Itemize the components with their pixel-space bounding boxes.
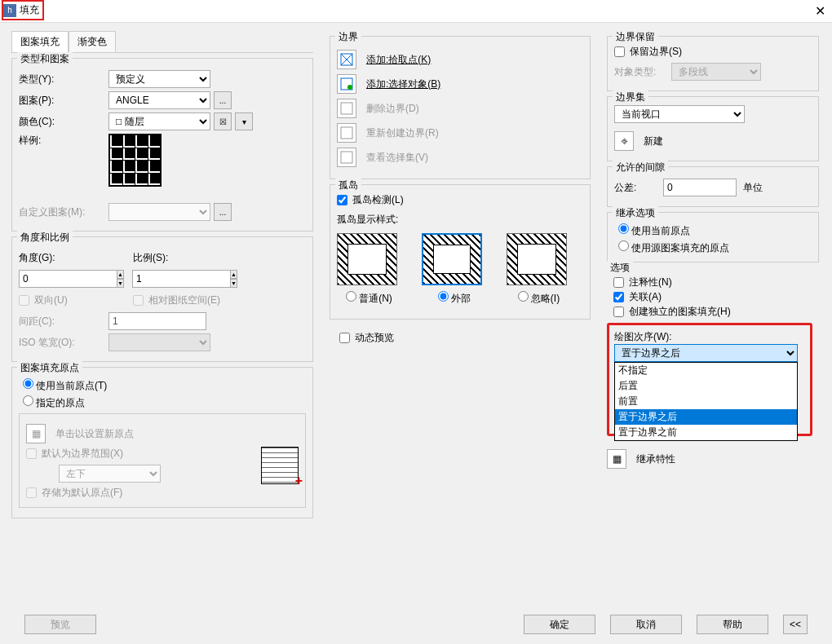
double-checkbox <box>19 295 29 306</box>
recreate-boundary-button <box>337 123 356 143</box>
group-boundary-set: 边界集 当前视口 ⎆新建 <box>607 96 819 161</box>
default-boundary-checkbox <box>26 448 37 459</box>
add-pick-point-button[interactable] <box>337 50 356 69</box>
group-gap: 允许的间隙 公差: 单位 <box>607 166 819 207</box>
tolerance-input[interactable] <box>663 179 737 196</box>
obj-type-select: 多段线 <box>671 63 761 81</box>
color-swatch-button[interactable]: ☒ <box>214 112 232 130</box>
origin-pos-select: 左下 <box>59 465 161 483</box>
annotative-checkbox[interactable] <box>613 277 624 288</box>
pattern-select[interactable]: ANGLE <box>108 91 210 109</box>
boundary-set-select[interactable]: 当前视口 <box>614 105 745 123</box>
svg-rect-3 <box>341 103 352 114</box>
island-normal-radio[interactable] <box>346 291 356 302</box>
associative-checkbox[interactable] <box>613 292 624 302</box>
preview-button: 预览 <box>24 615 96 634</box>
group-island: 孤岛 孤岛检测(L) 孤岛显示样式: 普通(N) 外部 忽略(I) <box>330 184 591 320</box>
add-select-label[interactable]: 添加:选择对象(B) <box>366 77 440 91</box>
ok-button[interactable]: 确定 <box>524 615 595 634</box>
inherit-source-radio[interactable] <box>618 240 629 251</box>
help-button[interactable]: 帮助 <box>697 615 768 634</box>
group-type-pattern: 类型和图案 类型(Y): 预定义 图案(P): ANGLE ... 颜色(C):… <box>11 58 313 232</box>
pattern-sample[interactable] <box>108 134 162 187</box>
draw-order-dropdown[interactable]: 不指定 后置 前置 置于边界之后 置于边界之前 <box>614 362 798 441</box>
group-angle-scale: 角度和比例 角度(G): 比例(S): ▲▼ ▲▼ 双向(U) 相对图纸空间(E… <box>11 236 313 362</box>
add-select-button[interactable] <box>337 74 356 94</box>
origin-current-radio[interactable] <box>23 378 33 389</box>
group-boundary: 边界 添加:拾取点(K) 添加:选择对象(B) 删除边界(D) 重新创建边界(R… <box>330 36 591 179</box>
store-default-checkbox <box>26 487 37 498</box>
collapse-button[interactable]: << <box>783 615 808 634</box>
group-options: 选项 注释性(N) 关联(A) 创建独立的图案填充(H) 绘图次序(W): 置于… <box>607 267 819 443</box>
inherit-props-button[interactable]: ▦ <box>607 449 626 469</box>
custom-pattern-select <box>108 203 210 221</box>
pattern-browse-button[interactable]: ... <box>214 91 232 109</box>
island-style-outer[interactable] <box>422 233 482 285</box>
dynamic-preview-checkbox[interactable] <box>339 333 350 343</box>
remove-boundary-button <box>337 99 356 118</box>
independent-checkbox[interactable] <box>613 307 624 317</box>
svg-point-2 <box>347 85 352 90</box>
origin-preview <box>261 447 299 484</box>
color-more-button[interactable]: ▾ <box>235 112 253 130</box>
svg-rect-5 <box>341 152 352 163</box>
iso-pen-select <box>108 333 210 351</box>
color-select[interactable]: □ 随层 <box>108 112 210 130</box>
cancel-button[interactable]: 取消 <box>610 615 682 634</box>
spacing-input <box>108 312 206 330</box>
keep-boundary-checkbox[interactable] <box>614 46 625 57</box>
tab-pattern-fill[interactable]: 图案填充 <box>11 31 69 52</box>
island-ignore-radio[interactable] <box>518 291 529 302</box>
island-detect-checkbox[interactable] <box>337 195 347 205</box>
window-title: 填充 <box>20 3 39 17</box>
svg-rect-4 <box>341 127 352 139</box>
view-selection-button <box>337 148 356 167</box>
group-boundary-keep: 边界保留 保留边界(S) 对象类型: 多段线 <box>607 36 819 91</box>
angle-input[interactable]: ▲▼ <box>19 270 121 288</box>
tab-gradient[interactable]: 渐变色 <box>69 31 116 52</box>
app-icon: h <box>3 4 16 17</box>
group-origin: 图案填充原点 使用当前原点(T) 指定的原点 ▦单击以设置新原点 默认为边界范围… <box>11 367 313 518</box>
rel-paper-checkbox <box>133 295 144 306</box>
custom-pattern-browse: ... <box>214 203 232 221</box>
island-style-normal[interactable] <box>337 233 397 285</box>
origin-specify-radio[interactable] <box>23 395 33 406</box>
island-style-ignore[interactable] <box>507 233 567 285</box>
new-boundary-set-button[interactable]: ⎆ <box>614 131 634 151</box>
inherit-current-radio[interactable] <box>618 223 629 234</box>
set-new-origin-button: ▦ <box>26 424 46 443</box>
group-inherit: 继承选项 使用当前原点 使用源图案填充的原点 <box>607 212 819 262</box>
add-pick-point-label[interactable]: 添加:拾取点(K) <box>366 53 431 67</box>
close-icon[interactable]: ✕ <box>815 3 825 19</box>
scale-input[interactable]: ▲▼ <box>132 270 234 288</box>
type-select[interactable]: 预定义 <box>108 70 210 88</box>
island-outer-radio[interactable] <box>438 291 449 302</box>
draw-order-select[interactable]: 置于边界之后 <box>614 344 798 362</box>
